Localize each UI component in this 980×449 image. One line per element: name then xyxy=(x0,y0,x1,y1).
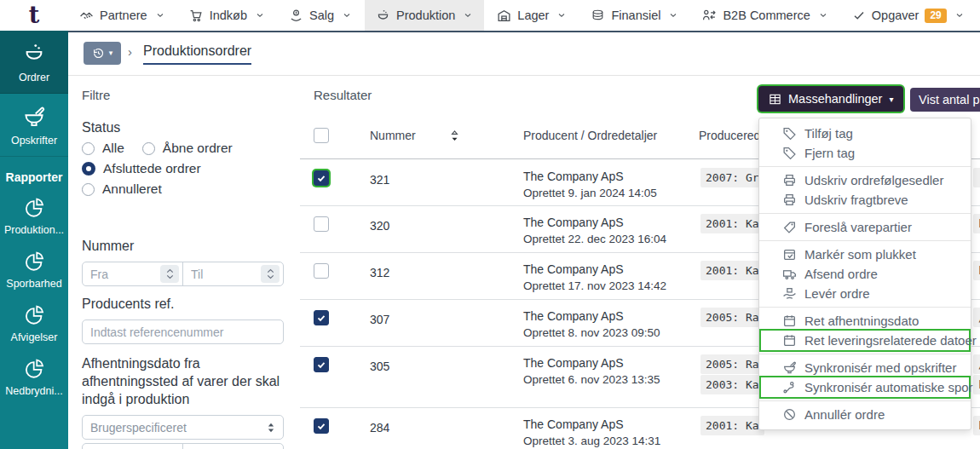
menu-item-lever-ordre[interactable]: Levér ordre xyxy=(761,284,969,303)
app-window: t Partnere Indkøb Salg Produktion xyxy=(0,0,980,449)
column-header-producerede[interactable]: Producerede xyxy=(699,129,767,142)
pie-chart-icon xyxy=(23,358,45,380)
caret-down-icon: ▾ xyxy=(109,49,113,57)
tag-icon xyxy=(782,126,797,141)
menu-item-label: Synkronisér automatiske spor xyxy=(804,380,973,394)
menu-item-ret-afhentningsdato[interactable]: Ret afhentningsdato xyxy=(761,311,969,331)
radio-label[interactable]: Afsluttede ordrer xyxy=(103,161,201,176)
history-button[interactable]: ▾ xyxy=(84,42,121,65)
producer-name: The Company ApS xyxy=(523,354,660,371)
menu-divider xyxy=(759,307,971,308)
producer-name: The Company ApS xyxy=(523,416,660,433)
menu-item-annuller-ordre[interactable]: Annullér ordre xyxy=(761,405,969,424)
radio-annulleret[interactable] xyxy=(82,183,95,196)
row-checkbox[interactable] xyxy=(314,357,329,372)
producer-ref-label: Producents ref. xyxy=(82,296,284,312)
menu-item-synkroniser-automatiske-spor[interactable]: Synkronisér automatiske spor xyxy=(761,377,969,397)
app-logo: t xyxy=(0,1,68,30)
stepper-icon[interactable] xyxy=(160,265,179,283)
row-checkbox[interactable] xyxy=(314,418,329,434)
chevron-down-icon xyxy=(255,10,265,20)
row-checkbox[interactable] xyxy=(314,263,329,279)
column-header-producent[interactable]: Producent / Ordredetaljer xyxy=(523,129,657,142)
sidebar-item-produktion-report[interactable]: Produktion... xyxy=(0,187,68,241)
nav-item-label: Opgaver xyxy=(872,9,919,22)
row-checkbox[interactable] xyxy=(314,216,329,232)
menu-item-foresla-varepartier[interactable]: Foreslå varepartier xyxy=(761,217,969,237)
menu-item-ret-leveringsrelaterede-datoer[interactable]: Ret leveringsrelaterede datoer xyxy=(761,331,969,350)
chevron-down-icon xyxy=(155,10,165,20)
menu-item-tilfoj-tag[interactable]: Tilføj tag xyxy=(761,124,969,143)
menu-item-marker-som-plukket[interactable]: Markér som plukket xyxy=(761,245,969,264)
nav-item-lager[interactable]: Lager xyxy=(486,0,578,31)
produced-lot-chip: 2001: Ka xyxy=(700,416,764,435)
created-timestamp: Oprettet 6. nov 2023 13:35 xyxy=(523,371,660,389)
nav-item-finansiel[interactable]: Finansiel xyxy=(579,0,689,31)
sidebar-item-nedbrydning[interactable]: Nedbrydni... xyxy=(0,348,68,402)
created-timestamp: Oprettet 9. jan 2024 14:05 xyxy=(523,185,657,202)
nav-item-salg[interactable]: Salg xyxy=(278,0,363,31)
number-from-input[interactable] xyxy=(83,268,150,281)
pickup-date-filter: Afhentningsdato fra afhentningssted af v… xyxy=(82,354,292,449)
row-checkbox[interactable] xyxy=(314,170,329,186)
stepper-icon[interactable] xyxy=(261,265,280,283)
sort-icon[interactable] xyxy=(450,130,459,142)
column-header-nummer[interactable]: Nummer xyxy=(370,129,416,142)
pickup-date-label: Afhentningsdato fra afhentningssted af v… xyxy=(82,354,292,408)
status-filter: Status Alle Åbne ordrer Afsluttede ordre… xyxy=(82,120,233,197)
producer-ref-input[interactable] xyxy=(83,325,283,339)
history-icon xyxy=(92,47,105,60)
cauldron-icon xyxy=(22,42,46,66)
bulk-actions-button[interactable]: Massehandlinger ▾ xyxy=(758,86,903,112)
page-size-button[interactable]: Vist antal pr. si xyxy=(910,88,980,112)
menu-item-udskriv-ordrefolgesedler[interactable]: Udskriv ordrefølgesedler xyxy=(761,170,969,190)
select-all-checkbox[interactable] xyxy=(314,128,329,143)
sidebar-item-label: Afvigelser xyxy=(2,331,66,343)
produced-lot-chip-edge: / xyxy=(973,308,980,327)
sidebar-item-sporbarhed[interactable]: Sporbarhed xyxy=(0,241,68,295)
nav-item-b2b-commerce[interactable]: B2B Commerce xyxy=(691,0,839,31)
page-title[interactable]: Produktionsordrer xyxy=(143,43,251,65)
radio-aabne-ordrer[interactable] xyxy=(142,142,155,155)
number-label: Nummer xyxy=(82,239,284,254)
producer-name: The Company ApS xyxy=(523,261,666,278)
updown-arrows-icon xyxy=(267,423,275,433)
pickup-date-select[interactable]: Brugerspecificeret xyxy=(82,415,284,440)
tag-down-icon xyxy=(782,220,797,234)
menu-item-label: Afsend ordre xyxy=(804,267,878,281)
menu-item-label: Levér ordre xyxy=(804,286,870,301)
nav-item-opgaver[interactable]: Opgaver 29 xyxy=(841,0,976,31)
number-to-input[interactable] xyxy=(183,268,251,281)
order-number: 307 xyxy=(370,313,389,326)
radio-label[interactable]: Annulleret xyxy=(102,181,162,197)
nav-item-partnere[interactable]: Partnere xyxy=(68,0,176,31)
menu-item-afsend-ordre[interactable]: Afsend ordre xyxy=(761,264,969,284)
produced-lot-chip-edge: ' - xyxy=(973,168,980,187)
menu-item-label: Ret leveringsrelaterede datoer xyxy=(804,333,977,348)
row-checkbox[interactable] xyxy=(314,310,329,325)
radio-afsluttede-ordrer[interactable] xyxy=(82,162,95,176)
menu-item-fjern-tag[interactable]: Fjern tag xyxy=(761,143,969,163)
sidebar-item-afvigelser[interactable]: Afvigelser xyxy=(0,295,68,348)
producer-cell: The Company ApS Oprettet 17. nov 2023 14… xyxy=(523,261,666,295)
radio-alle[interactable] xyxy=(82,142,95,155)
produced-lot-chip: 2005: Ra xyxy=(700,308,764,327)
nav-item-label: Salg xyxy=(309,9,334,22)
created-timestamp: Oprettet 3. aug 2023 14:31 xyxy=(523,433,660,449)
radio-label[interactable]: Åbne ordrer xyxy=(163,141,233,156)
pie-chart-icon xyxy=(23,304,45,326)
radio-label[interactable]: Alle xyxy=(102,141,124,156)
sidebar-item-ordrer[interactable]: Ordrer xyxy=(0,31,68,94)
nav-item-indkob[interactable]: Indkøb xyxy=(178,0,276,31)
nav-item-produktion[interactable]: Produktion xyxy=(365,0,484,31)
sidebar-section-rapporter: Rapporter xyxy=(0,157,68,187)
results-title: Resultater xyxy=(314,88,372,102)
menu-item-label: Markér som plukket xyxy=(804,247,916,262)
nav-item-label: Produktion xyxy=(396,9,455,22)
menu-item-udskriv-fragtbreve[interactable]: Udskriv fragtbreve xyxy=(761,190,969,210)
bulk-actions-label: Massehandlinger xyxy=(788,92,882,106)
sidebar-item-opskrifter[interactable]: Opskrifter xyxy=(0,94,68,157)
calendar-icon xyxy=(782,333,797,348)
mortar-icon xyxy=(782,360,797,375)
menu-item-synkroniser-med-opskrifter[interactable]: Synkronisér med opskrifter xyxy=(761,358,969,377)
